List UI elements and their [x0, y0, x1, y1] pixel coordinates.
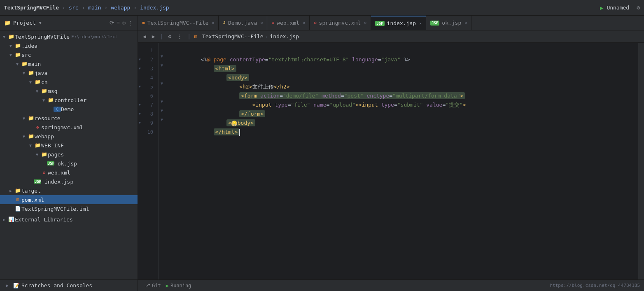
tab-close-springmvc[interactable]: ✕	[364, 21, 366, 25]
line-num-8: 8	[138, 109, 158, 119]
line-num-5: 5	[138, 82, 158, 91]
editor-area: m TextSpringMVC--File ✕ J Demo.java ✕ ⚙ …	[138, 16, 644, 291]
title-bar-right: ▶ Unnamed ⚙	[600, 5, 640, 11]
run-status[interactable]: ▶ Running	[163, 283, 194, 289]
settings-btn[interactable]: ⚙	[166, 33, 173, 40]
more-icon[interactable]: ⋮	[128, 20, 133, 26]
vcs-branch[interactable]: ⎇ Git	[142, 283, 163, 289]
forward-button[interactable]: ▶	[150, 33, 157, 40]
collapse-icon[interactable]: ≡	[117, 20, 120, 26]
tree-item-springmvc-xml[interactable]: ⚙ springmvc.xml	[0, 123, 138, 132]
bottom-bar: ⎇ Git ▶ Running https://blog.csdn.net/qq…	[138, 279, 644, 291]
project-title: TextSpringMVCFile	[4, 5, 59, 11]
tab-close-indexjsp[interactable]: ✕	[419, 21, 422, 26]
bc-project[interactable]: m	[194, 33, 197, 40]
tree-item-webxml[interactable]: ⚙ web.xml	[0, 168, 138, 177]
tree-item-resource[interactable]: ▼ 📁 resource	[0, 114, 138, 123]
branch-icon: ⎇	[145, 283, 150, 289]
title-bar-left: TextSpringMVCFile › src › main › webapp …	[4, 5, 169, 11]
tree-item-idea[interactable]: ▼ 📁 .idea	[0, 41, 138, 50]
project-dropdown-icon[interactable]: ▼	[39, 21, 42, 25]
tree-item-webapp[interactable]: ▼ 📁 webapp	[0, 132, 138, 141]
gear-icon[interactable]: ⚙	[122, 20, 126, 26]
tree-item-pomxml[interactable]: m pom.xml	[0, 195, 138, 204]
back-button[interactable]: ◀	[141, 33, 148, 40]
tab-springmvc[interactable]: ⚙ springmvc.xml ✕	[310, 16, 371, 30]
code-editor: 1 2 3 4 5 6 7 8 9 10 ▼ ▼ ▼ ▼ ▼	[138, 43, 644, 279]
tab-label-indexjsp: index.jsp	[387, 20, 416, 26]
scratches-label: Scratches and Consoles	[21, 282, 92, 289]
tree-item-java[interactable]: ▼ 📁 java	[0, 68, 138, 77]
tab-webxml[interactable]: ⚙ web.xml ✕	[267, 16, 309, 30]
tree-item-target[interactable]: ▶ 📁 target	[0, 186, 138, 195]
tree-item-external-libs[interactable]: ▶ 📊 External Libraries	[0, 215, 138, 224]
sidebar: 📁 Project ▼ ⟳ ≡ ⚙ ⋮ ▼ 📁 TextSpringMVCFil…	[0, 16, 138, 291]
code-line-3: <body>	[168, 64, 638, 73]
right-gutter	[638, 43, 644, 279]
tree-item-src[interactable]: ▼ 📁 src	[0, 50, 138, 59]
line-num-2: 2	[138, 55, 158, 64]
tab-indexjsp[interactable]: JSP index.jsp ✕	[371, 16, 426, 30]
tree-item-okjsp[interactable]: JSP ok.jsp	[0, 159, 138, 168]
tab-icon-demo: J	[223, 20, 226, 26]
settings-icon[interactable]: ⚙	[637, 5, 640, 11]
bc-file[interactable]: TextSpringMVC--File	[202, 33, 264, 40]
line-num-3: 3	[138, 64, 158, 73]
run-status-icon: ▶	[166, 283, 169, 289]
sidebar-tree[interactable]: ▼ 📁 TextSpringMVCFile F:\idea\work\Text …	[0, 30, 138, 279]
breadcrumb-webapp: webapp	[111, 5, 130, 11]
bottom-url: https://blog.csdn.net/qq_44784185	[550, 283, 640, 288]
tree-item-pages[interactable]: ▼ 📁 pages	[0, 150, 138, 159]
tree-item-indexjsp[interactable]: JSP index.jsp	[0, 177, 138, 186]
more-btn[interactable]: ⋮	[175, 33, 184, 40]
tab-demo[interactable]: J Demo.java ✕	[219, 16, 267, 30]
tab-close-pom[interactable]: ✕	[212, 21, 214, 25]
sync-icon[interactable]: ⟳	[110, 20, 114, 26]
line-num-9: 9	[138, 119, 158, 128]
tree-item-iml[interactable]: 📄 TextSpringMVCFile.iml	[0, 204, 138, 213]
line-num-4: 4	[138, 73, 158, 82]
tab-label-springmvc: springmvc.xml	[319, 20, 361, 26]
breadcrumb-src: src	[69, 5, 78, 11]
fold-gutter: ▼ ▼ ▼ ▼ ▼ ▼	[159, 43, 165, 279]
tree-item-main[interactable]: ▼ 📁 main	[0, 59, 138, 68]
tree-item-root[interactable]: ▼ 📁 TextSpringMVCFile F:\idea\work\Text	[0, 32, 138, 41]
bc-indexjsp[interactable]: index.jsp	[270, 33, 299, 40]
editor-breadcrumb: m TextSpringMVC--File › index.jsp	[194, 33, 299, 40]
line-numbers: 1 2 3 4 5 6 7 8 9 10	[138, 43, 159, 279]
tab-icon-webxml: ⚙	[271, 20, 274, 26]
sidebar-header-title: 📁 Project ▼	[4, 20, 42, 26]
line-num-1: 1	[138, 46, 158, 55]
tab-icon-springmvc: ⚙	[314, 20, 317, 26]
sidebar-header: 📁 Project ▼ ⟳ ≡ ⚙ ⋮	[0, 16, 138, 30]
text-cursor	[239, 129, 240, 136]
tab-close-demo[interactable]: ✕	[260, 21, 263, 25]
breadcrumb-file: index.jsp	[140, 5, 169, 11]
tab-pom[interactable]: m TextSpringMVC--File ✕	[138, 16, 219, 30]
tab-label-webxml: web.xml	[277, 20, 299, 26]
main-layout: 📁 Project ▼ ⟳ ≡ ⚙ ⋮ ▼ 📁 TextSpringMVCFil…	[0, 16, 644, 291]
code-content[interactable]: <%@ page contentType="text/html;charset=…	[165, 43, 638, 279]
tree-item-webinf[interactable]: ▼ 📁 WEB-INF	[0, 141, 138, 150]
tab-okjsp[interactable]: JSP ok.jsp ✕	[426, 16, 471, 30]
scratches-panel[interactable]: ▶ 📝 Scratches and Consoles	[0, 279, 138, 291]
tab-label-pom: TextSpringMVC--File	[147, 20, 209, 26]
project-label: Project	[13, 20, 36, 26]
tab-icon-indexjsp: JSP	[375, 21, 384, 26]
code-line-1: <%@ page contentType="text/html;charset=…	[168, 46, 638, 55]
tree-item-msg[interactable]: ▼ 📁 msg	[0, 86, 138, 95]
line-num-10: 10	[138, 128, 158, 137]
title-bar: TextSpringMVCFile › src › main › webapp …	[0, 0, 644, 16]
tab-close-okjsp[interactable]: ✕	[464, 21, 467, 25]
project-icon: 📁	[4, 20, 11, 26]
tab-icon-pom: m	[142, 20, 145, 26]
tree-item-controller[interactable]: ▼ 📁 controller	[0, 95, 138, 105]
tab-bar: m TextSpringMVC--File ✕ J Demo.java ✕ ⚙ …	[138, 16, 644, 30]
tab-label-demo: Demo.java	[228, 20, 257, 26]
tab-icon-okjsp: JSP	[430, 21, 439, 26]
line-num-6: 6	[138, 91, 158, 100]
tree-item-cn[interactable]: ▼ 📁 cn	[0, 77, 138, 86]
tab-close-webxml[interactable]: ✕	[303, 21, 305, 25]
tree-item-demo[interactable]: C Demo	[0, 105, 138, 114]
breadcrumb-main: main	[88, 5, 101, 11]
